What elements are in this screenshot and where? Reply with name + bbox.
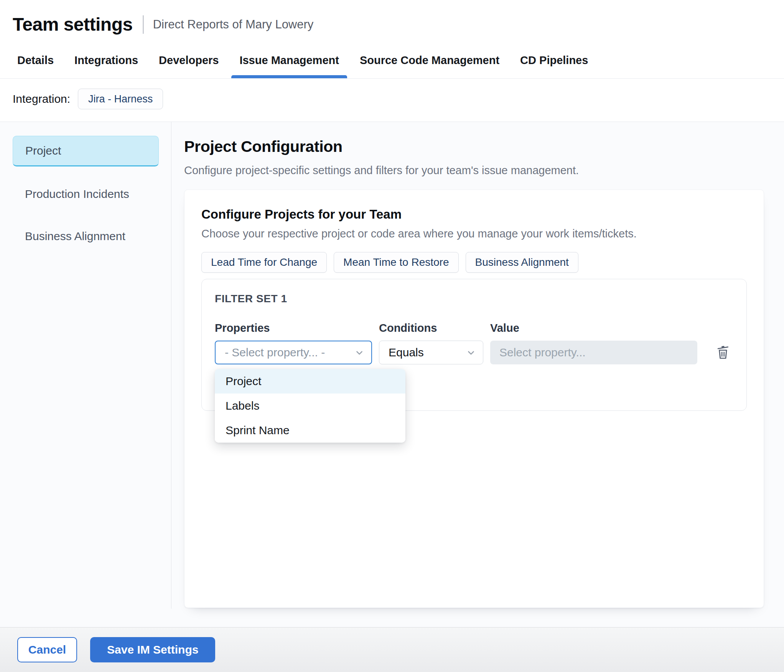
- page-subtitle: Direct Reports of Mary Lowery: [153, 17, 314, 32]
- pill-lead-time-for-change[interactable]: Lead Time for Change: [201, 252, 327, 273]
- properties-select-value: - Select property... -: [225, 346, 325, 359]
- filter-set-1: FILTER SET 1 Properties Conditions Value…: [201, 279, 747, 411]
- save-im-settings-button[interactable]: Save IM Settings: [90, 637, 215, 662]
- metric-pills: Lead Time for Change Mean Time to Restor…: [201, 252, 747, 273]
- conditions-select[interactable]: Equals: [379, 341, 483, 364]
- pill-business-alignment[interactable]: Business Alignment: [466, 252, 578, 273]
- integration-chip[interactable]: Jira - Harness: [78, 89, 163, 109]
- dropdown-option-project[interactable]: Project: [215, 369, 405, 394]
- dropdown-option-sprint-name[interactable]: Sprint Name: [215, 418, 405, 443]
- filter-grid: Properties Conditions Value - Select pro…: [215, 321, 733, 364]
- properties-column-label: Properties: [215, 321, 372, 334]
- main-panel: Project Configuration Configure project-…: [171, 122, 784, 627]
- chevron-down-icon: [354, 348, 364, 357]
- integration-label: Integration:: [13, 92, 70, 105]
- properties-select[interactable]: - Select property... -: [215, 341, 372, 364]
- tab-cd-pipelines[interactable]: CD Pipelines: [510, 44, 598, 78]
- settings-sidebar: Project Production Incidents Business Al…: [0, 122, 171, 627]
- card-subtitle: Choose your respective project or code a…: [201, 227, 747, 240]
- tab-developers[interactable]: Developers: [148, 44, 229, 78]
- conditions-column-label: Conditions: [379, 321, 483, 334]
- chevron-down-icon: [466, 348, 476, 357]
- sidebar-item-production-incidents[interactable]: Production Incidents: [13, 180, 159, 209]
- card-title: Configure Projects for your Team: [201, 207, 747, 222]
- dropdown-option-labels[interactable]: Labels: [215, 394, 405, 418]
- conditions-select-value: Equals: [389, 346, 424, 359]
- tab-source-code-management[interactable]: Source Code Management: [349, 44, 510, 78]
- sidebar-item-business-alignment[interactable]: Business Alignment: [13, 222, 159, 251]
- integration-row: Integration: Jira - Harness: [0, 79, 784, 122]
- value-column-label: Value: [490, 321, 697, 334]
- sidebar-item-project[interactable]: Project: [13, 136, 159, 166]
- tab-issue-management[interactable]: Issue Management: [229, 44, 349, 78]
- properties-dropdown: Project Labels Sprint Name: [215, 369, 405, 443]
- section-title: Project Configuration: [184, 137, 764, 156]
- tab-integrations[interactable]: Integrations: [64, 44, 148, 78]
- pill-mean-time-to-restore[interactable]: Mean Time to Restore: [334, 252, 458, 273]
- footer-action-bar: Cancel Save IM Settings: [0, 627, 784, 672]
- page-header: Team settings Direct Reports of Mary Low…: [0, 0, 784, 44]
- page-title: Team settings: [13, 13, 133, 36]
- section-subtitle: Configure project-specific settings and …: [184, 163, 764, 177]
- delete-filter-button[interactable]: [714, 343, 732, 362]
- configure-projects-card: Configure Projects for your Team Choose …: [184, 189, 764, 608]
- tab-details[interactable]: Details: [7, 44, 64, 78]
- cancel-button[interactable]: Cancel: [17, 637, 77, 662]
- value-input[interactable]: [490, 341, 697, 364]
- content-area: Project Production Incidents Business Al…: [0, 122, 784, 627]
- team-settings-page: Team settings Direct Reports of Mary Low…: [0, 0, 784, 672]
- filter-set-title: FILTER SET 1: [215, 293, 733, 305]
- title-divider: [143, 15, 144, 34]
- tab-bar: Details Integrations Developers Issue Ma…: [0, 44, 784, 79]
- trash-icon: [715, 344, 731, 362]
